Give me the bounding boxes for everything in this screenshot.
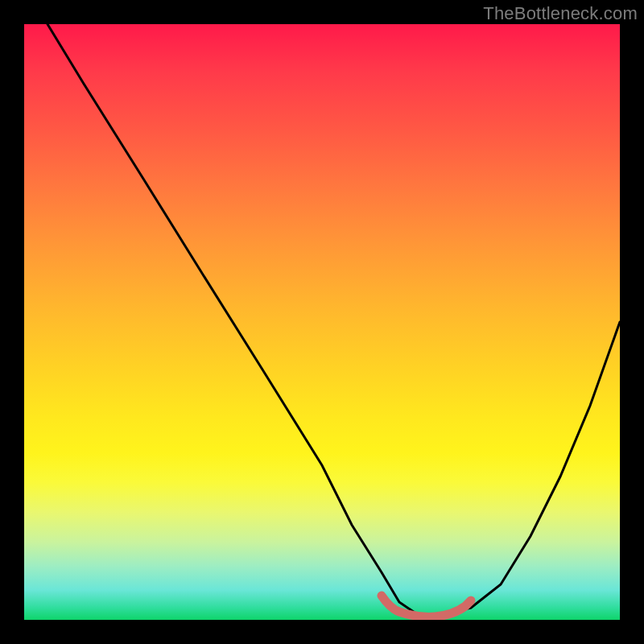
optimal-range-marker — [382, 596, 471, 617]
bottleneck-curve-line — [47, 24, 620, 614]
plot-area — [24, 24, 620, 620]
attribution-text: TheBottleneck.com — [483, 3, 638, 24]
chart-frame: TheBottleneck.com — [0, 0, 644, 644]
chart-overlay — [24, 24, 620, 620]
